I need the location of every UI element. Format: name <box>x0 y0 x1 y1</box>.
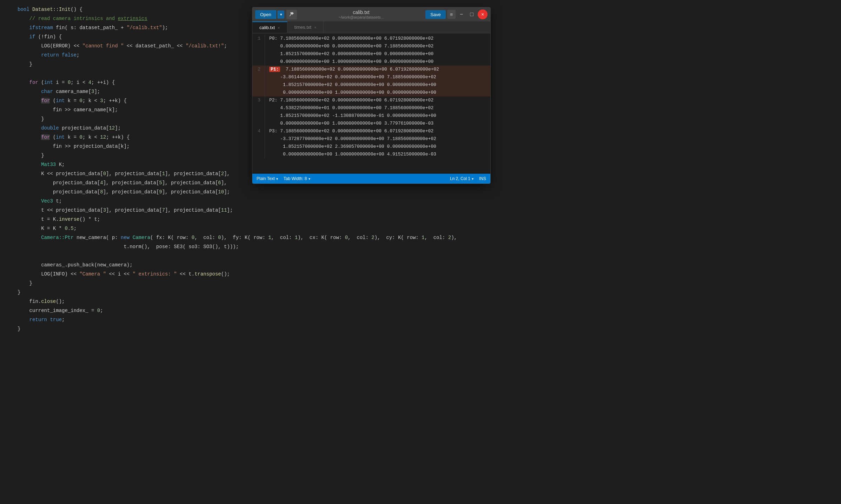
tab-calib-label: calib.txt <box>259 25 275 30</box>
code-line: } <box>0 288 841 297</box>
code-line: cameras_.push_back(new_camera); <box>0 260 841 270</box>
file-line: 1.852157000000e+02 0.000000000000e+00 0.… <box>252 50 490 58</box>
file-line: -3.372877000000e+02 0.000000000000e+00 7… <box>252 135 490 143</box>
file-line: 3 P2: 7.188560000000e+02 0.000000000000e… <box>252 97 490 104</box>
file-line: 0.000000000000e+00 0.000000000000e+00 7.… <box>252 42 490 50</box>
status-ins[interactable]: INS <box>479 176 486 181</box>
code-line: } <box>0 279 841 288</box>
code-line: return true; <box>0 315 841 324</box>
file-line: 1 P0: 7.188560000000e+02 0.000000000000e… <box>252 35 490 42</box>
panel-titlebar: Open ▾ calib.txt ~/work@arpara/datasets.… <box>252 7 490 21</box>
open-dropdown-button[interactable]: ▾ <box>278 11 284 19</box>
position-label: Ln 2, Col 1 <box>450 176 470 181</box>
panel-filename: calib.txt <box>353 9 369 15</box>
code-line: } <box>0 324 841 333</box>
file-line: 0.000000000000e+00 1.000000000000e+00 0.… <box>252 58 490 66</box>
code-line: t = K.inverse() * t; <box>0 215 841 224</box>
file-content-lines: 1 P0: 7.188560000000e+02 0.000000000000e… <box>252 33 490 160</box>
code-line: t.norm(), pose: SE3( so3: SO3(), t))); <box>0 242 841 251</box>
code-line: LOG(INFO) << "Camera " << i << " extrins… <box>0 270 841 279</box>
panel-tabs: calib.txt × times.txt × <box>252 21 490 33</box>
code-line: current_image_index_ = 0; <box>0 306 841 315</box>
pin-button[interactable] <box>286 10 297 19</box>
file-line-highlighted: 0.000000000000e+00 1.000000000000e+00 0.… <box>252 89 490 97</box>
menu-button[interactable]: ≡ <box>447 10 456 19</box>
minimize-button[interactable]: − <box>457 9 466 19</box>
tab-calib-close[interactable]: × <box>278 26 280 30</box>
position-chevron-icon: ▾ <box>472 177 474 181</box>
svg-line-0 <box>290 15 291 16</box>
file-line-highlighted: 2 P1: 7.188560000000e+02 0.000000000000e… <box>252 66 490 73</box>
maximize-button[interactable]: □ <box>467 9 476 19</box>
close-button[interactable]: × <box>478 9 488 19</box>
tab-width-label: Tab Width: 8 <box>284 176 307 181</box>
code-line: Vec3 t; <box>0 197 841 206</box>
tab-calib-txt[interactable]: calib.txt × <box>252 21 287 33</box>
code-line: projection_data[8], projection_data[9], … <box>0 187 841 197</box>
file-panel: Open ▾ calib.txt ~/work@arpara/datasets.… <box>252 7 491 184</box>
panel-statusbar: Plain Text ▾ Tab Width: 8 ▾ Ln 2, Col 1 … <box>252 174 490 184</box>
panel-filepath: ~/work@arpara/datasets... <box>338 15 384 19</box>
open-button[interactable]: Open <box>255 10 276 19</box>
save-button[interactable]: Save <box>425 10 446 19</box>
file-line: 4 P3: 7.188560000000e+02 0.000000000000e… <box>252 127 490 135</box>
tab-times-close[interactable]: × <box>314 25 316 29</box>
plain-text-label: Plain Text <box>257 176 275 181</box>
code-line <box>0 251 841 260</box>
file-line: 0.000000000000e+00 1.000000000000e+00 4.… <box>252 151 490 158</box>
file-line: 1.852157000000e+02 -1.130887000000e-01 0… <box>252 112 490 120</box>
panel-title: calib.txt ~/work@arpara/datasets... <box>298 9 424 19</box>
code-line: fin.close(); <box>0 297 841 306</box>
tab-times-txt[interactable]: times.txt × <box>287 21 324 33</box>
code-line: t << projection_data[3], projection_data… <box>0 206 841 215</box>
ins-label: INS <box>479 176 486 181</box>
plain-text-chevron-icon: ▾ <box>276 177 278 181</box>
tab-width-chevron-icon: ▾ <box>309 177 310 181</box>
file-line: 4.538225000000e+01 0.000000000000e+00 7.… <box>252 104 490 112</box>
status-plain-text[interactable]: Plain Text ▾ <box>257 176 278 181</box>
file-line: 0.000000000000e+00 1.000000000000e+00 3.… <box>252 120 490 127</box>
status-tab-width[interactable]: Tab Width: 8 ▾ <box>284 176 310 181</box>
file-line-highlighted: 1.852157000000e+02 0.000000000000e+00 0.… <box>252 81 490 89</box>
status-position[interactable]: Ln 2, Col 1 ▾ <box>450 176 474 181</box>
tab-times-label: times.txt <box>294 25 311 30</box>
file-line: 1.852157000000e+02 2.369057000000e+00 0.… <box>252 143 490 151</box>
code-line: K = K * 0.5; <box>0 224 841 233</box>
panel-content[interactable]: 1 P0: 7.188560000000e+02 0.000000000000e… <box>252 33 490 174</box>
file-line-highlighted: -3.861448000000e+02 0.000000000000e+00 7… <box>252 73 490 81</box>
code-line: Camera::Ptr new_camera( p: new Camera( f… <box>0 233 841 242</box>
